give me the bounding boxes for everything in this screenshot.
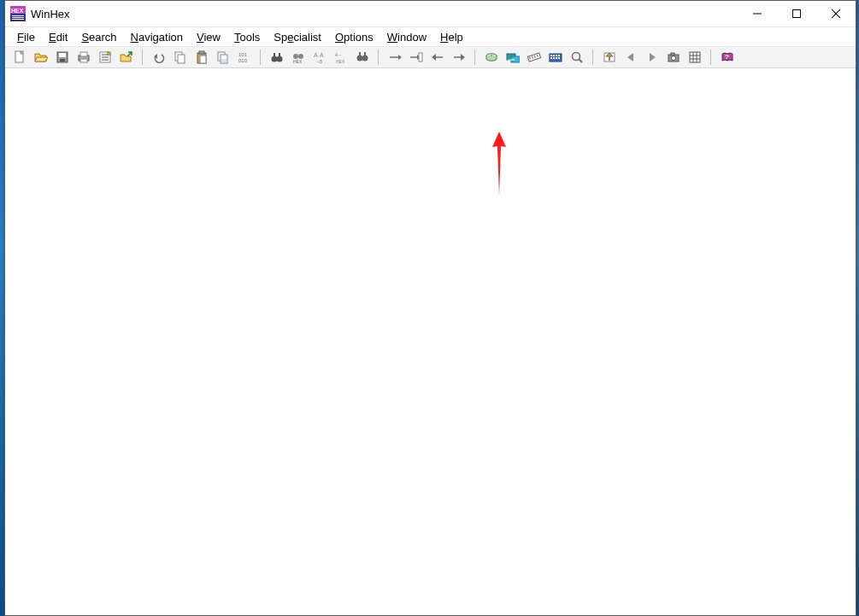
copy-button[interactable] xyxy=(169,47,191,67)
goto-offset-button[interactable] xyxy=(384,47,405,67)
close-button[interactable] xyxy=(816,1,856,26)
undo-icon xyxy=(152,50,166,64)
goto-sector-icon xyxy=(409,50,423,64)
analyze-button[interactable] xyxy=(566,47,587,67)
undo-button[interactable] xyxy=(148,47,169,67)
svg-text:A→: A→ xyxy=(335,52,342,57)
properties-icon xyxy=(98,50,112,64)
svg-rect-90 xyxy=(690,52,700,62)
position-forward-button[interactable] xyxy=(641,47,662,67)
keyboard-icon xyxy=(549,50,562,64)
svg-rect-73 xyxy=(553,55,555,56)
magnifier-icon xyxy=(570,50,584,64)
find-again-button[interactable] xyxy=(351,47,373,67)
svg-rect-3 xyxy=(12,15,24,16)
replace-hex-button[interactable]: A→ HEX xyxy=(330,47,351,67)
menu-help[interactable]: Help xyxy=(433,30,470,44)
svg-text:010: 010 xyxy=(238,58,248,63)
svg-rect-76 xyxy=(550,57,552,59)
svg-marker-24 xyxy=(121,55,131,62)
svg-point-80 xyxy=(572,53,580,61)
binoculars-hex-icon: HEX xyxy=(291,50,305,64)
help-button[interactable]: ? xyxy=(716,47,738,67)
binoculars-again-icon xyxy=(356,50,369,64)
svg-text:?: ? xyxy=(725,53,729,61)
back-button[interactable] xyxy=(427,47,448,67)
new-button[interactable] xyxy=(9,47,30,67)
disk-tools-button[interactable] xyxy=(523,47,544,67)
replace-text-button[interactable]: A A →B xyxy=(309,47,330,67)
minimize-button[interactable] xyxy=(738,1,777,26)
backup-icon xyxy=(120,50,133,64)
svg-rect-5 xyxy=(12,19,24,20)
menu-navigation[interactable]: Navigation xyxy=(124,30,190,44)
svg-rect-18 xyxy=(80,59,87,62)
svg-point-89 xyxy=(671,56,675,61)
svg-rect-29 xyxy=(199,51,204,54)
save-button[interactable] xyxy=(51,47,73,67)
svg-rect-27 xyxy=(178,55,185,63)
binoculars-icon xyxy=(270,50,284,64)
svg-rect-79 xyxy=(558,57,560,59)
svg-rect-88 xyxy=(671,53,674,56)
menu-specialist[interactable]: Specialist xyxy=(267,30,328,44)
write-block-button[interactable]: 101 010 xyxy=(233,47,255,67)
create-backup-button[interactable] xyxy=(115,47,137,67)
position-manager-button[interactable] xyxy=(598,47,620,67)
print-button[interactable] xyxy=(73,47,94,67)
find-text-button[interactable] xyxy=(266,47,287,67)
copy-sector-button[interactable] xyxy=(212,47,233,67)
svg-rect-17 xyxy=(80,52,87,56)
calculator-button[interactable] xyxy=(544,47,566,67)
app-icon: HEX xyxy=(10,6,26,21)
svg-point-62 xyxy=(490,55,491,56)
content-area xyxy=(5,68,856,615)
goto-offset-icon xyxy=(388,50,402,64)
menu-window[interactable]: Window xyxy=(380,30,433,44)
svg-rect-77 xyxy=(553,57,555,59)
menu-search[interactable]: Search xyxy=(74,30,123,44)
svg-marker-86 xyxy=(650,53,656,62)
snapshot-button[interactable] xyxy=(662,47,684,67)
toolbar-separator xyxy=(142,50,143,65)
svg-rect-75 xyxy=(558,55,560,56)
properties-button[interactable] xyxy=(94,47,115,67)
goto-sector-button[interactable] xyxy=(405,47,427,67)
svg-rect-38 xyxy=(274,53,275,57)
paste-button[interactable] xyxy=(191,47,212,67)
svg-marker-97 xyxy=(492,132,506,196)
svg-marker-53 xyxy=(398,55,402,60)
open-ram-button[interactable] xyxy=(502,47,523,67)
forward-button[interactable] xyxy=(448,47,469,67)
position-manager-icon xyxy=(603,50,616,64)
app-window: HEX WinHex File Edit Search Navigation V… xyxy=(4,0,856,616)
svg-rect-4 xyxy=(12,17,24,18)
ram-icon xyxy=(506,50,520,64)
open-button[interactable] xyxy=(30,47,51,67)
toolbar-separator xyxy=(260,50,261,65)
menu-view[interactable]: View xyxy=(190,30,227,44)
grid-icon xyxy=(688,50,702,64)
toolbar-separator xyxy=(592,50,593,65)
menu-options[interactable]: Options xyxy=(328,30,380,44)
svg-text:HEX: HEX xyxy=(336,59,345,64)
replace-text-icon: A A →B xyxy=(313,50,327,64)
minimize-icon xyxy=(753,9,762,18)
toolbar: 101 010 HEX A A →B xyxy=(5,47,856,68)
position-back-button[interactable] xyxy=(620,47,641,67)
menu-tools[interactable]: Tools xyxy=(227,30,267,44)
svg-rect-72 xyxy=(550,55,552,56)
toolbar-separator xyxy=(378,50,379,65)
maximize-button[interactable] xyxy=(777,1,816,26)
menu-edit[interactable]: Edit xyxy=(42,30,74,44)
data-interpreter-button[interactable] xyxy=(684,47,705,67)
maximize-icon xyxy=(792,9,801,18)
svg-text:A: A xyxy=(320,52,324,58)
binary-icon: 101 010 xyxy=(238,50,251,64)
find-hex-button[interactable]: HEX xyxy=(287,47,309,67)
save-icon xyxy=(56,50,69,64)
annotation-arrow-icon xyxy=(486,132,512,198)
open-disk-button[interactable] xyxy=(480,47,502,67)
svg-rect-15 xyxy=(60,59,65,62)
menu-file[interactable]: File xyxy=(10,30,42,44)
